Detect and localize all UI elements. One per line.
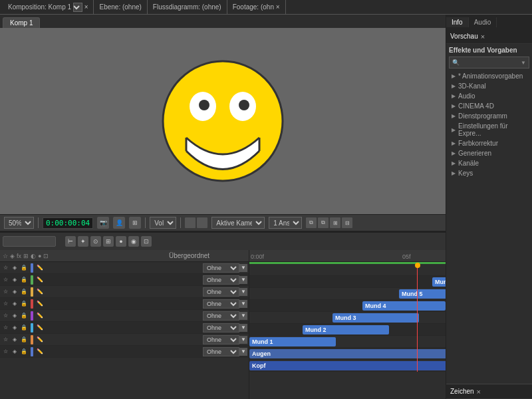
effects-search[interactable]: 🔍 ▼ xyxy=(449,57,529,68)
camera-select[interactable]: Aktive Kamera xyxy=(211,217,265,229)
layer-dropdown-btn[interactable]: ▼ xyxy=(239,312,247,320)
layer-solo-icon[interactable]: ◈ xyxy=(11,312,19,320)
track-row[interactable]: Mund 2 xyxy=(249,324,446,336)
footage-close[interactable]: × xyxy=(276,3,280,11)
tl-icon5[interactable]: ● xyxy=(116,236,126,247)
layer-solo-icon[interactable]: ◈ xyxy=(11,300,19,308)
tl-icon7[interactable]: ⊡ xyxy=(141,236,152,247)
effects-item[interactable]: ▶* Animationsvorgaben xyxy=(449,71,529,81)
tl-icon6[interactable]: ◉ xyxy=(128,236,139,247)
layer-lock-icon[interactable]: 🔒 xyxy=(20,336,28,344)
layer-pencil-icon[interactable]: ✏️ xyxy=(36,264,44,272)
grid-view-icon[interactable] xyxy=(185,217,196,228)
layer-dropdown-btn[interactable]: ▼ xyxy=(239,300,247,308)
layer-solo-icon[interactable]: ◈ xyxy=(11,264,19,272)
preview-tab-label[interactable]: Vorschau xyxy=(450,33,478,40)
track-bar[interactable]: Mund 2 xyxy=(303,325,389,334)
track-row[interactable]: Kopf xyxy=(249,360,446,372)
time-display[interactable]: 0:00:00:04 xyxy=(43,217,93,229)
search-dropdown[interactable]: ▼ xyxy=(521,60,526,66)
icon-c[interactable]: ⊞ xyxy=(330,217,340,228)
effects-item[interactable]: ▶3D-Kanal xyxy=(449,81,529,91)
comp-dropdown[interactable]: ▼ xyxy=(73,3,82,12)
icon-d[interactable]: ⊟ xyxy=(342,217,352,228)
layer-vis-icon[interactable]: ☆ xyxy=(1,336,9,344)
layer-pencil-icon[interactable]: ✏️ xyxy=(36,324,44,332)
zeichen-tab[interactable]: Zeichen xyxy=(450,388,474,395)
layer-parent-select[interactable]: Ohne xyxy=(203,335,239,344)
track-bar[interactable]: Mund 3 xyxy=(332,313,419,323)
effects-item[interactable]: ▶Audio xyxy=(449,91,529,101)
layer-dropdown-btn[interactable]: ▼ xyxy=(239,288,247,296)
track-bar[interactable]: Augen xyxy=(249,349,446,358)
layer-dropdown-btn[interactable]: ▼ xyxy=(239,336,247,344)
layer-vis-icon[interactable]: ☆ xyxy=(1,276,9,284)
layer-row[interactable]: ☆ ◈ 🔒 ✏️ Ohne ▼ xyxy=(0,334,249,346)
layer-vis-icon[interactable]: ☆ xyxy=(1,324,9,332)
layer-parent-select[interactable]: Ohne xyxy=(203,287,239,297)
layer-pencil-icon[interactable]: ✏️ xyxy=(36,348,44,356)
layer-solo-icon[interactable]: ◈ xyxy=(11,324,19,332)
track-row[interactable]: Mund 6 xyxy=(249,276,446,288)
track-row[interactable]: Augen xyxy=(249,348,446,360)
layer-lock-icon[interactable]: 🔒 xyxy=(20,324,28,332)
track-row[interactable]: Mund 5 xyxy=(249,288,446,300)
layer-lock-icon[interactable]: 🔒 xyxy=(20,264,28,272)
tab-komp1[interactable]: Komp 1 xyxy=(3,17,40,28)
effects-item[interactable]: ▶CINEMA 4D xyxy=(449,101,529,111)
layer-solo-icon[interactable]: ◈ xyxy=(11,288,19,296)
effects-item[interactable]: ▶Einstellungen für Expre... xyxy=(449,121,529,138)
track-row[interactable]: Mund 3 xyxy=(249,312,446,324)
track-bar[interactable]: Mund 4 xyxy=(362,301,446,311)
layer-parent-select[interactable]: Ohne xyxy=(203,323,239,332)
layer-dropdown-btn[interactable]: ▼ xyxy=(239,264,247,272)
layer-solo-icon[interactable]: ◈ xyxy=(11,348,19,356)
layer-pencil-icon[interactable]: ✏️ xyxy=(36,336,44,344)
layer-row[interactable]: ☆ ◈ 🔒 ✏️ Ohne ▼ xyxy=(0,346,249,358)
layer-row[interactable]: ☆ ◈ 🔒 ✏️ Ohne ▼ xyxy=(0,322,249,334)
layer-pencil-icon[interactable]: ✏️ xyxy=(36,312,44,320)
layer-pencil-icon[interactable]: ✏️ xyxy=(36,300,44,308)
grid-icon[interactable]: ⊞ xyxy=(129,217,141,229)
search-input[interactable] xyxy=(461,59,521,66)
tl-icon2[interactable]: ✦ xyxy=(78,236,88,247)
playhead[interactable] xyxy=(417,264,418,372)
layer-lock-icon[interactable]: 🔒 xyxy=(20,288,28,296)
effects-item[interactable]: ▶Farbkorrektur xyxy=(449,138,529,148)
track-bar[interactable]: Mund 5 xyxy=(399,289,446,299)
layer-parent-select[interactable]: Ohne xyxy=(203,311,239,321)
layer-dropdown-btn[interactable]: ▼ xyxy=(239,348,247,356)
layer-parent-select[interactable]: Ohne xyxy=(203,299,239,309)
layer-lock-icon[interactable]: 🔒 xyxy=(20,312,28,320)
layer-vis-icon[interactable]: ☆ xyxy=(1,300,9,308)
track-bar[interactable]: Mund 1 xyxy=(249,337,336,346)
layer-row[interactable]: ☆ ◈ 🔒 ✏️ Ohne ▼ xyxy=(0,310,249,322)
icon-a[interactable]: ⧉ xyxy=(306,217,317,228)
layer-row[interactable]: ☆ ◈ 🔒 ✏️ Ohne ▼ xyxy=(0,262,249,274)
icon-b[interactable]: ⧉ xyxy=(318,217,329,228)
tab-audio[interactable]: Audio xyxy=(469,17,497,27)
layer-parent-select[interactable]: Ohne xyxy=(203,263,239,273)
layer-pencil-icon[interactable]: ✏️ xyxy=(36,276,44,284)
layer-lock-icon[interactable]: 🔒 xyxy=(20,300,28,308)
track-bar[interactable]: Mund 6 xyxy=(432,277,446,287)
layer-row[interactable]: ☆ ◈ 🔒 ✏️ Ohne ▼ xyxy=(0,274,249,286)
effects-item[interactable]: ▶Dienstprogramm xyxy=(449,111,529,121)
track-row[interactable]: Mund 4 xyxy=(249,300,446,312)
zoom-select[interactable]: 50% xyxy=(4,217,34,229)
zeichen-close[interactable]: × xyxy=(477,388,481,396)
layer-parent-select[interactable]: Ohne xyxy=(203,275,239,285)
camera-icon[interactable]: 📷 xyxy=(97,217,109,229)
layer-vis-icon[interactable]: ☆ xyxy=(1,312,9,320)
layer-vis-icon[interactable]: ☆ xyxy=(1,264,9,272)
tl-icon4[interactable]: ⊞ xyxy=(103,236,114,247)
effects-item[interactable]: ▶Generieren xyxy=(449,148,529,158)
tl-icon3[interactable]: ⊙ xyxy=(90,236,101,247)
layer-lock-icon[interactable]: 🔒 xyxy=(20,276,28,284)
layer-vis-icon[interactable]: ☆ xyxy=(1,348,9,356)
layer-row[interactable]: ☆ ◈ 🔒 ✏️ Ohne ▼ xyxy=(0,298,249,310)
tl-icon1[interactable]: ⊢ xyxy=(65,236,76,247)
track-bar[interactable]: Kopf xyxy=(249,361,446,370)
effects-item[interactable]: ▶Kanäle xyxy=(449,158,529,168)
search-bar[interactable] xyxy=(3,236,56,247)
